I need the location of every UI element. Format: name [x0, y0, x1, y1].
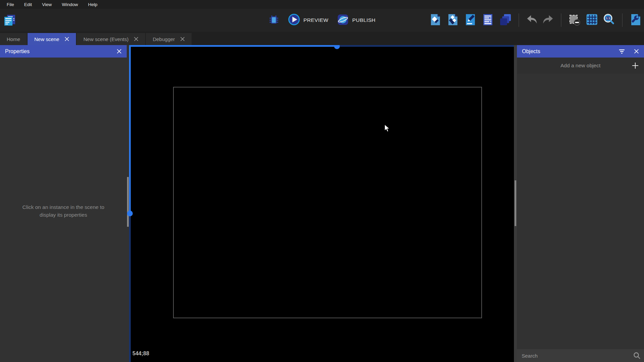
properties-panel: Properties Click on an instance in the s… [0, 45, 127, 362]
publish-button[interactable]: PUBLISH [337, 14, 375, 27]
preview-play-icon [288, 13, 300, 27]
close-tab-icon[interactable] [65, 37, 69, 41]
toolbar-center-group: PREVIEW PUBLISH [269, 9, 375, 32]
menu-edit[interactable]: Edit [19, 0, 37, 9]
delete-selection-button[interactable] [568, 13, 581, 27]
close-tab-icon[interactable] [180, 37, 185, 41]
tab-new-scene[interactable]: New scene [28, 33, 76, 45]
menu-help[interactable]: Help [83, 0, 103, 9]
left-panel-resize-gutter[interactable] [127, 45, 129, 362]
zoom-1-1-button[interactable]: 1:1 [603, 13, 615, 27]
objects-panel: Objects Add a new object [517, 45, 644, 362]
settings-wrench-icon [630, 13, 642, 27]
left-resize-handle[interactable] [127, 177, 129, 227]
vertical-scrollbar-track[interactable] [129, 45, 131, 213]
properties-empty-message: Click on an instance in the scene to dis… [16, 203, 111, 219]
debug-bug-icon [269, 14, 279, 26]
redo-button[interactable] [542, 14, 554, 27]
right-resize-handle[interactable] [515, 180, 516, 226]
object-groups-icon [447, 13, 459, 27]
scene-editor-canvas[interactable]: 544;88 [129, 45, 514, 362]
close-properties-button[interactable] [117, 49, 122, 54]
toolbar-right-group: 1:1 [429, 9, 642, 32]
redo-icon [542, 14, 554, 27]
open-layers-editor-button[interactable] [499, 13, 512, 27]
objects-list-empty-area [517, 74, 644, 349]
open-instances-list-button[interactable] [482, 13, 494, 27]
objects-panel-title: Objects [522, 48, 610, 55]
tab-debugger[interactable]: Debugger [146, 33, 192, 45]
right-panel-resize-gutter[interactable] [514, 45, 517, 362]
menu-window[interactable]: Window [57, 0, 83, 9]
main-toolbar: PREVIEW PUBLISH [0, 9, 644, 32]
mouse-cursor-icon [384, 124, 390, 134]
delete-selection-icon [568, 13, 581, 27]
objects-panel-header: Objects [517, 45, 644, 58]
menu-bar: File Edit View Window Help [0, 0, 644, 9]
zoom-ratio-text: 1:1 [606, 16, 610, 20]
objects-search-input[interactable] [517, 349, 644, 362]
undo-button[interactable] [526, 14, 537, 27]
tab-new-scene-label: New scene [34, 36, 59, 42]
close-objects-button[interactable] [634, 49, 639, 54]
project-manager-button[interactable] [3, 13, 16, 28]
vertical-scrollbar-thumb[interactable] [127, 211, 133, 216]
debug-button[interactable] [269, 14, 279, 26]
search-icon[interactable] [633, 352, 641, 361]
tab-new-scene-events-label: New scene (Events) [83, 36, 128, 42]
open-object-groups-button[interactable] [447, 13, 459, 27]
grid-icon [586, 13, 598, 27]
objects-search-bar [517, 349, 644, 362]
properties-pencil-icon [464, 13, 477, 27]
filter-objects-button[interactable] [618, 48, 625, 54]
add-object-label: Add a new object [561, 63, 601, 69]
tab-home-label: Home [7, 36, 20, 42]
zoom-1-1-icon: 1:1 [603, 13, 615, 27]
undo-icon [526, 14, 537, 27]
open-objects-editor-button[interactable] [429, 13, 442, 27]
toolbar-separator [561, 13, 561, 27]
publish-label: PUBLISH [352, 17, 375, 23]
objects-editor-icon [429, 13, 442, 27]
preview-label: PREVIEW [304, 17, 328, 23]
add-object-row[interactable]: Add a new object [517, 58, 644, 74]
layers-icon [499, 13, 512, 27]
project-manager-icon [3, 13, 16, 28]
properties-panel-header: Properties [0, 45, 127, 58]
cursor-coordinates-label: 544;88 [132, 351, 149, 357]
vertical-scrollbar-track[interactable] [129, 213, 131, 362]
tab-home[interactable]: Home [0, 33, 27, 45]
scene-window-border [173, 87, 482, 318]
editor-tab-bar: Home New scene New scene (Events) Debugg… [0, 32, 644, 45]
horizontal-scrollbar-track[interactable] [131, 45, 337, 47]
horizontal-scrollbar-track[interactable] [337, 45, 514, 47]
menu-view[interactable]: View [37, 0, 57, 9]
main-area: Properties Click on an instance in the s… [0, 45, 644, 362]
preview-button[interactable]: PREVIEW [288, 13, 328, 27]
toolbar-separator [519, 13, 519, 27]
toggle-grid-button[interactable] [586, 13, 598, 27]
properties-panel-title: Properties [5, 48, 108, 55]
publish-globe-icon [337, 14, 349, 27]
open-properties-panel-button[interactable] [464, 13, 477, 27]
menu-file[interactable]: File [2, 0, 19, 9]
tab-new-scene-events[interactable]: New scene (Events) [77, 33, 145, 45]
add-object-plus-icon[interactable] [632, 62, 639, 71]
toolbar-separator [622, 13, 622, 27]
project-settings-button[interactable] [630, 13, 642, 27]
close-tab-icon[interactable] [134, 37, 138, 41]
instances-list-icon [482, 13, 494, 27]
tab-debugger-label: Debugger [153, 36, 175, 42]
